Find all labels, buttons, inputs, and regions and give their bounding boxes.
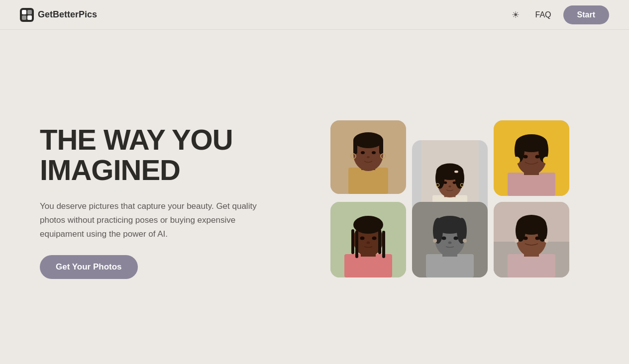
- hero-heading-line1: THE WAY YOU: [40, 123, 233, 156]
- svg-point-25: [443, 182, 447, 184]
- svg-point-14: [367, 156, 370, 158]
- svg-point-75: [515, 239, 519, 243]
- svg-point-60: [442, 237, 446, 240]
- svg-point-62: [448, 242, 452, 244]
- sun-icon: ☀: [512, 9, 520, 20]
- portrait-6: [494, 202, 569, 277]
- photo-card-3: [494, 120, 569, 196]
- portrait-5: [412, 202, 488, 277]
- svg-rect-4: [27, 15, 32, 20]
- photo-card-4: [330, 202, 406, 277]
- svg-point-13: [372, 151, 376, 154]
- svg-point-12: [361, 151, 365, 154]
- svg-rect-6: [348, 168, 388, 194]
- hero-heading-line2: IMAGINED: [40, 154, 180, 186]
- svg-point-64: [463, 239, 467, 243]
- photo-card-5: [412, 202, 488, 277]
- svg-rect-47: [355, 231, 358, 258]
- hero-content: THE WAY YOU IMAGINED You deserve picture…: [40, 125, 299, 279]
- svg-point-76: [544, 239, 548, 243]
- svg-rect-1: [22, 10, 26, 14]
- start-button[interactable]: Start: [563, 5, 609, 24]
- portrait-1: [330, 120, 406, 194]
- svg-point-38: [535, 155, 540, 159]
- svg-point-52: [367, 242, 370, 244]
- logo-text: GetBetterPics: [38, 9, 97, 20]
- hero-heading: THE WAY YOU IMAGINED: [40, 125, 299, 185]
- svg-point-22: [435, 168, 444, 189]
- navbar-right: ☀ FAQ Start: [508, 5, 609, 24]
- svg-rect-67: [508, 254, 555, 277]
- svg-point-37: [524, 155, 528, 159]
- portrait-4: [330, 202, 406, 277]
- svg-point-40: [543, 157, 550, 164]
- svg-rect-46: [351, 229, 354, 254]
- svg-rect-0: [20, 8, 34, 22]
- svg-point-61: [454, 237, 458, 240]
- faq-link[interactable]: FAQ: [535, 10, 551, 19]
- svg-rect-24: [454, 171, 458, 173]
- theme-toggle-button[interactable]: ☀: [508, 7, 524, 23]
- svg-point-27: [448, 185, 451, 187]
- portrait-3: [494, 120, 569, 196]
- svg-rect-2: [27, 10, 32, 14]
- svg-rect-48: [378, 229, 381, 254]
- logo-icon: [20, 8, 34, 22]
- hero-subtext: You deserve pictures that capture your b…: [40, 199, 269, 241]
- svg-rect-42: [344, 254, 392, 277]
- svg-rect-11: [379, 139, 383, 154]
- photo-card-1: [330, 120, 406, 194]
- logo[interactable]: GetBetterPics: [20, 8, 97, 22]
- photo-grid: [330, 120, 589, 283]
- hero-section: THE WAY YOU IMAGINED You deserve picture…: [0, 30, 629, 364]
- svg-point-9: [353, 132, 383, 148]
- svg-point-26: [453, 182, 456, 184]
- photo-card-6: [494, 202, 569, 277]
- cta-button[interactable]: Get Your Photos: [40, 255, 138, 279]
- svg-point-51: [372, 237, 377, 240]
- svg-rect-31: [508, 173, 555, 196]
- svg-point-63: [433, 239, 437, 243]
- svg-point-50: [360, 237, 365, 240]
- svg-point-73: [524, 237, 528, 240]
- svg-point-74: [535, 237, 540, 240]
- svg-point-39: [513, 157, 520, 164]
- svg-rect-10: [353, 139, 357, 154]
- svg-rect-3: [22, 15, 26, 20]
- svg-rect-54: [426, 254, 474, 277]
- navbar: GetBetterPics ☀ FAQ Start: [0, 0, 629, 30]
- svg-rect-49: [382, 231, 385, 258]
